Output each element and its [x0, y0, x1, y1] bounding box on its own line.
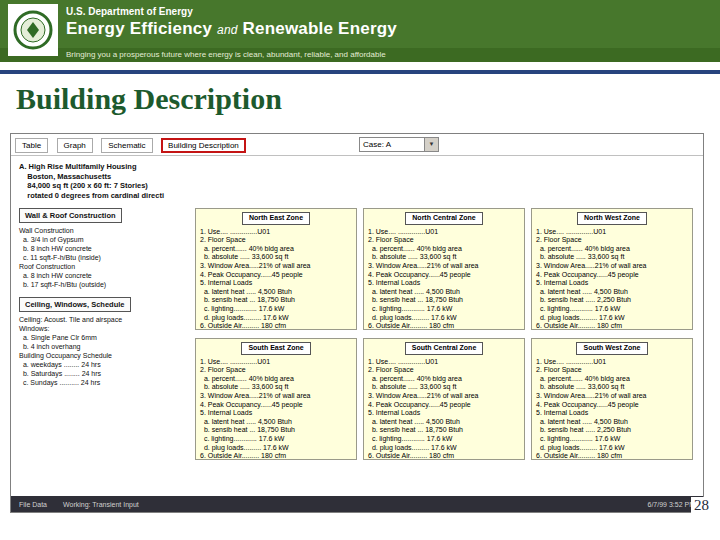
zone-line: 2. Floor Space [200, 236, 352, 245]
zone-line: 2. Floor Space [536, 236, 688, 245]
zone-line: b. sensib heat ... 18,750 Btuh [200, 296, 352, 305]
building-detail-line: a. 8 inch HW concrete [19, 271, 193, 280]
zone-line: 4. Peak Occupancy......45 people [368, 401, 520, 410]
tab-graph[interactable]: Graph [57, 138, 93, 153]
app-content: A. High Rise Multifamily Housing Boston,… [11, 156, 703, 496]
zone-panel: South West Zone1. Use.... ..............… [531, 338, 693, 460]
building-detail-line: Roof Construction [19, 262, 193, 271]
zone-line: 1. Use.... ..............U01 [536, 228, 688, 237]
zone-line: 6. Outside Air......... 180 cfm [200, 452, 352, 460]
zone-line: 1. Use.... ..............U01 [368, 228, 520, 237]
zone-title: North East Zone [242, 212, 310, 225]
zone-panel: South East Zone1. Use.... ..............… [195, 338, 357, 460]
zone-line: 4. Peak Occupancy......45 people [200, 271, 352, 280]
zone-line: 3. Window Area.....21% of wall area [536, 262, 688, 271]
zone-line: 5. Internal Loads [200, 279, 352, 288]
zone-line: 4. Peak Occupancy......45 people [536, 401, 688, 410]
zone-line: c. lighting............ 17.6 kW [368, 305, 520, 314]
zone-panel: South Central Zone1. Use.... ...........… [363, 338, 525, 460]
eere-banner: U.S. Department of Energy Energy Efficie… [0, 0, 720, 62]
status-center: Working: Transient Input [63, 501, 139, 508]
chevron-down-icon[interactable]: ▼ [425, 137, 439, 152]
doe-seal-icon [13, 10, 53, 50]
section-button[interactable]: Ceiling, Windows, Schedule [19, 297, 131, 312]
zone-line: 5. Internal Loads [536, 409, 688, 418]
tab-table[interactable]: Table [15, 138, 48, 153]
zone-line: a. percent...... 40% bldg area [536, 375, 688, 384]
zone-line: b. absolute ..... 33,600 sq ft [200, 383, 352, 392]
zone-line: 6. Outside Air......... 180 cfm [368, 322, 520, 330]
tab-schematic[interactable]: Schematic [101, 138, 152, 153]
zone-line: 3. Window Area.....21% of wall area [200, 262, 352, 271]
zone-line: c. lighting............ 17.6 kW [200, 435, 352, 444]
zone-line: b. absolute ..... 33,600 sq ft [368, 253, 520, 262]
case-selector-value: Case: A [359, 137, 425, 152]
building-detail-line: c. Sundays .......... 24 hrs [19, 378, 193, 387]
zone-line: b. sensib heat ... 18,750 Btuh [200, 426, 352, 435]
building-header-line: A. High Rise Multifamily Housing [19, 162, 193, 172]
zone-line: b. absolute ..... 33,600 sq ft [368, 383, 520, 392]
building-header-line: rotated 0 degrees from cardinal directi [19, 191, 193, 201]
zone-panel: North Central Zone1. Use.... ...........… [363, 208, 525, 330]
zone-line: b. absolute ..... 33,600 sq ft [536, 383, 688, 392]
zone-line: 6. Outside Air......... 180 cfm [200, 322, 352, 330]
zone-line: b. sensib heat ... 18,750 Btuh [368, 296, 520, 305]
zone-line: a. latent heat ..... 4,500 Btuh [200, 418, 352, 427]
zone-line: b. absolute ..... 33,600 sq ft [536, 253, 688, 262]
zone-line: d. plug loads......... 17.6 kW [200, 314, 352, 323]
zone-line: 4. Peak Occupancy......45 people [536, 271, 688, 280]
building-detail-line: b. 4 inch overhang [19, 342, 193, 351]
building-detail-line: b. 17 sqft-F-h/Btu (outside) [19, 280, 193, 289]
zone-line: 6. Outside Air......... 180 cfm [536, 452, 688, 460]
zone-line: 3. Window Area.....21% of wall area [368, 392, 520, 401]
tab-building-description[interactable]: Building Description [161, 138, 246, 153]
zone-line: 5. Internal Loads [200, 409, 352, 418]
zone-line: 6. Outside Air......... 180 cfm [368, 452, 520, 460]
section-button[interactable]: Wall & Roof Construction [19, 208, 122, 223]
zone-line: a. percent...... 40% bldg area [368, 245, 520, 254]
divider-rule [0, 70, 720, 74]
zone-line: a. latent heat ..... 4,500 Btuh [536, 288, 688, 297]
banner-tagline: Bringing you a prosperous future where e… [66, 49, 386, 60]
program-title: Energy Efficiency and Renewable Energy [66, 19, 397, 39]
program-title-main: Energy Efficiency [66, 19, 212, 38]
zone-panel: North East Zone1. Use.... ..............… [195, 208, 357, 330]
building-detail-line: c. 11 sqft-F-h/Btu (inside) [19, 253, 193, 262]
zone-line: a. latent heat ..... 4,500 Btuh [368, 288, 520, 297]
zone-line: d. plug loads......... 17.6 kW [536, 314, 688, 323]
status-bar: File Data Working: Transient Input 6/7/9… [11, 496, 703, 512]
zone-line: 5. Internal Loads [368, 409, 520, 418]
building-detail-line: a. weekdays ........ 24 hrs [19, 360, 193, 369]
zone-line: d. plug loads......... 17.6 kW [368, 444, 520, 453]
zone-line: 1. Use.... ..............U01 [536, 358, 688, 367]
zone-line: a. percent...... 40% bldg area [536, 245, 688, 254]
case-selector[interactable]: Case: A ▼ [359, 137, 439, 152]
zone-line: 2. Floor Space [368, 236, 520, 245]
program-title-rest: Renewable Energy [243, 19, 397, 38]
zone-line: 5. Internal Loads [368, 279, 520, 288]
status-time: 6/7/99 3:52 PM [648, 501, 695, 508]
zone-line: c. lighting............ 17.6 kW [368, 435, 520, 444]
zone-line: 3. Window Area.....21% of wall area [368, 262, 520, 271]
zone-title: South East Zone [241, 342, 310, 355]
zone-line: d. plug loads......... 17.6 kW [200, 444, 352, 453]
building-summary-panel: A. High Rise Multifamily Housing Boston,… [19, 162, 193, 387]
zone-line: 5. Internal Loads [536, 279, 688, 288]
zone-line: b. sensib heat ..... 2,250 Btuh [536, 296, 688, 305]
building-detail-line: Windows: [19, 324, 193, 333]
zone-title: South Central Zone [405, 342, 484, 355]
agency-name: U.S. Department of Energy [66, 6, 193, 17]
zone-line: b. absolute ..... 33,600 sq ft [200, 253, 352, 262]
zone-line: c. lighting............ 17.6 kW [200, 305, 352, 314]
building-detail-line: Wall Construction [19, 226, 193, 235]
zone-line: 4. Peak Occupancy......45 people [200, 401, 352, 410]
zone-line: 1. Use.... ..............U01 [200, 358, 352, 367]
zone-line: 3. Window Area.....21% of wall area [536, 392, 688, 401]
page-number: 28 [691, 497, 712, 514]
zone-line: a. latent heat ..... 4,500 Btuh [536, 418, 688, 427]
zone-line: b. sensib heat ..... 2,250 Btuh [536, 426, 688, 435]
zone-line: 1. Use.... ..............U01 [368, 358, 520, 367]
zone-line: a. latent heat ..... 4,500 Btuh [368, 418, 520, 427]
building-detail-line: Building Occupancy Schedule [19, 351, 193, 360]
zone-title: South West Zone [576, 342, 647, 355]
